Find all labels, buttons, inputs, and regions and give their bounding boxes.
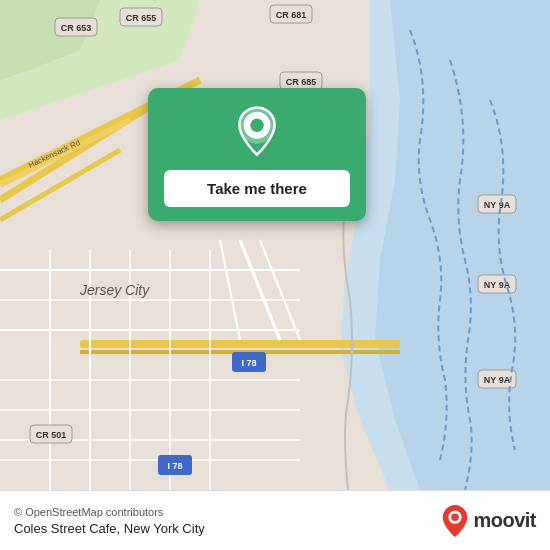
svg-text:I 78: I 78	[167, 461, 182, 471]
svg-text:Jersey City: Jersey City	[79, 282, 150, 298]
svg-text:CR 653: CR 653	[61, 23, 92, 33]
take-me-there-button[interactable]: Take me there	[164, 170, 350, 207]
svg-text:CR 685: CR 685	[286, 77, 317, 87]
location-card: Take me there	[148, 88, 366, 221]
svg-text:CR 681: CR 681	[276, 10, 307, 20]
svg-text:I 78: I 78	[241, 358, 256, 368]
moovit-brand-text: moovit	[473, 509, 536, 532]
bottom-left-info: © OpenStreetMap contributors Coles Stree…	[14, 506, 205, 536]
svg-text:NY 9A: NY 9A	[484, 200, 511, 210]
location-label: Coles Street Cafe, New York City	[14, 521, 205, 536]
moovit-pin-icon	[441, 504, 469, 538]
svg-point-53	[452, 513, 460, 521]
map-background: CR 653 CR 655 CR 681 CR 685 NY 9A NY 9A …	[0, 0, 550, 490]
svg-text:CR 501: CR 501	[36, 430, 67, 440]
map-attribution: © OpenStreetMap contributors	[14, 506, 205, 518]
map-container: CR 653 CR 655 CR 681 CR 685 NY 9A NY 9A …	[0, 0, 550, 490]
bottom-bar: © OpenStreetMap contributors Coles Stree…	[0, 490, 550, 550]
svg-text:CR 655: CR 655	[126, 13, 157, 23]
location-pin-icon	[231, 106, 283, 158]
svg-text:NY 9A: NY 9A	[484, 375, 511, 385]
svg-point-51	[250, 119, 263, 132]
svg-marker-2	[375, 0, 550, 490]
moovit-logo[interactable]: moovit	[441, 504, 536, 538]
